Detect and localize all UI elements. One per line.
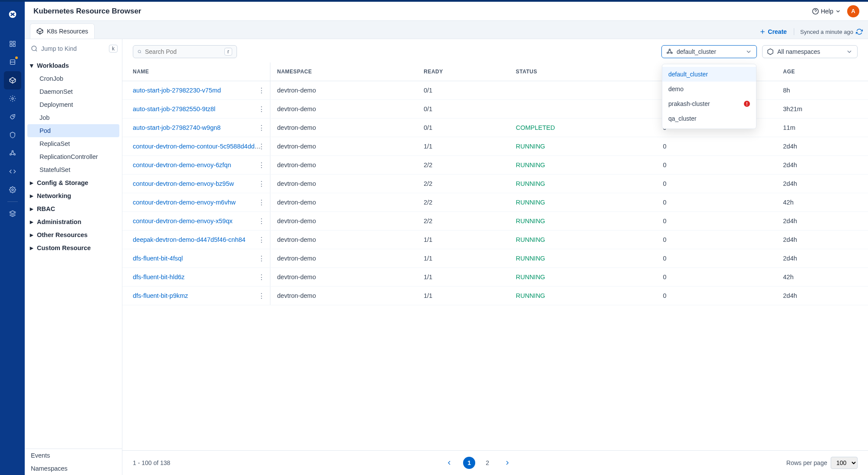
pager-prev[interactable] — [443, 457, 455, 469]
row-menu-icon[interactable]: ⋮ — [256, 272, 266, 282]
tree-item[interactable]: StatefulSet — [25, 163, 122, 176]
cell-ready: 0/1 — [417, 100, 509, 119]
tree-group[interactable]: ▸Other Resources — [25, 228, 122, 241]
column-header[interactable]: NAMESPACE — [270, 63, 417, 81]
nav-resource-browser-icon[interactable] — [4, 71, 21, 89]
nav-settings-icon[interactable] — [4, 181, 21, 199]
search-field[interactable] — [145, 48, 221, 55]
app-logo-icon[interactable] — [5, 7, 20, 22]
resource-tree-panel: Jump to Kind k ▾WorkloadsCronJobDaemonSe… — [25, 39, 122, 475]
column-header[interactable]: NAME — [122, 63, 270, 81]
help-button[interactable]: Help — [812, 8, 841, 15]
column-header[interactable]: AGE — [776, 63, 868, 81]
create-button[interactable]: Create — [759, 28, 787, 35]
nav-stack-icon[interactable] — [4, 205, 21, 223]
cell-age: 42h — [776, 193, 868, 212]
row-menu-icon[interactable]: ⋮ — [256, 141, 266, 152]
column-header[interactable]: READY — [417, 63, 509, 81]
tree-item[interactable]: Events — [25, 449, 122, 462]
rpp-select[interactable]: 100 — [831, 457, 858, 469]
tree-item[interactable]: Job — [25, 111, 122, 124]
cell-ready: 2/2 — [417, 193, 509, 212]
cell-namespace: devtron-demo — [270, 231, 417, 249]
tree-item[interactable]: Pod — [27, 124, 119, 137]
row-menu-icon[interactable]: ⋮ — [256, 216, 266, 226]
cluster-dropdown: default_clusterdemoprakash-cluster!qa_cl… — [662, 64, 756, 129]
row-menu-icon[interactable]: ⋮ — [256, 178, 266, 189]
tree-item[interactable]: Deployment — [25, 98, 122, 111]
cell-ready: 1/1 — [417, 231, 509, 249]
nav-cluster-icon[interactable] — [4, 144, 21, 162]
sync-status[interactable]: Synced a minute ago — [794, 28, 863, 35]
tab-k8s-resources[interactable]: K8s Resources — [30, 23, 95, 39]
search-pod-input[interactable]: r — [133, 45, 237, 58]
namespace-selected-value: All namespaces — [777, 48, 820, 55]
nav-deploy-icon[interactable] — [4, 108, 21, 126]
cluster-option[interactable]: qa_cluster — [662, 111, 756, 126]
nav-code-icon[interactable] — [4, 162, 21, 181]
column-header[interactable]: STATUS — [509, 63, 656, 81]
cell-namespace: devtron-demo — [270, 287, 417, 305]
tree-group[interactable]: ▸Administration — [25, 215, 122, 228]
tree-item[interactable]: CronJob — [25, 72, 122, 85]
svg-point-11 — [10, 154, 11, 155]
plus-icon — [759, 28, 766, 35]
svg-point-13 — [12, 189, 13, 191]
row-menu-icon[interactable]: ⋮ — [256, 104, 266, 114]
jump-to-kind[interactable]: Jump to Kind k — [25, 39, 122, 58]
resource-link[interactable]: contour-devtron-demo-envoy-m6vhw — [133, 199, 236, 206]
cluster-option[interactable]: prakash-cluster! — [662, 96, 756, 111]
row-menu-icon[interactable]: ⋮ — [256, 290, 266, 301]
tree-group[interactable]: ▸Config & Storage — [25, 176, 122, 189]
avatar[interactable]: A — [847, 5, 859, 17]
resource-link[interactable]: dfs-fluent-bit-hld6z — [133, 274, 184, 280]
help-label: Help — [821, 8, 833, 15]
cell-ready: 1/1 — [417, 287, 509, 305]
resource-link[interactable]: auto-start-job-27982230-v75md — [133, 87, 221, 94]
nav-dashboard-icon[interactable] — [4, 35, 21, 53]
filter-bar: r default_cluster default_clusterdemopra… — [122, 39, 868, 63]
row-menu-icon[interactable]: ⋮ — [256, 234, 266, 245]
tree-item[interactable]: Namespaces — [25, 462, 122, 475]
cell-status: RUNNING — [509, 268, 656, 287]
tree-group[interactable]: ▸RBAC — [25, 202, 122, 215]
chevron-left-icon — [446, 459, 453, 466]
refresh-icon — [856, 28, 863, 35]
row-menu-icon[interactable]: ⋮ — [256, 122, 266, 133]
resource-link[interactable]: auto-start-job-27982550-9tz8l — [133, 106, 215, 112]
cell-age: 8h — [776, 81, 868, 100]
pager-next[interactable] — [501, 457, 513, 469]
namespace-select[interactable]: All namespaces — [762, 45, 858, 58]
tree-item[interactable]: DaemonSet — [25, 85, 122, 98]
resource-link[interactable]: deepak-devtron-demo-d447d5f46-cnh84 — [133, 236, 246, 243]
resource-link[interactable]: contour-devtron-demo-contour-5c9588d4dd-… — [133, 143, 268, 150]
tree-group[interactable]: ▸Custom Resource — [25, 241, 122, 254]
row-menu-icon[interactable]: ⋮ — [256, 253, 266, 264]
resource-link[interactable]: contour-devtron-demo-envoy-6zfqn — [133, 162, 231, 168]
tree-group[interactable]: ▸Networking — [25, 189, 122, 202]
nav-security-icon[interactable] — [4, 126, 21, 144]
svg-point-20 — [32, 46, 36, 51]
resource-link[interactable]: dfs-fluent-bit-p9kmz — [133, 292, 188, 299]
row-menu-icon[interactable]: ⋮ — [256, 160, 266, 170]
cell-namespace: devtron-demo — [270, 268, 417, 287]
cell-ready: 1/1 — [417, 137, 509, 156]
nav-apps-icon[interactable] — [4, 53, 21, 71]
nav-config-icon[interactable] — [4, 89, 21, 108]
cluster-option[interactable]: demo — [662, 82, 756, 96]
page-number[interactable]: 2 — [481, 457, 493, 469]
cluster-option[interactable]: default_cluster — [662, 67, 756, 82]
resource-link[interactable]: auto-start-job-27982740-w9gn8 — [133, 124, 220, 131]
tree-item[interactable]: ReplicaSet — [25, 137, 122, 150]
resource-link[interactable]: dfs-fluent-bit-4fsql — [133, 255, 183, 262]
page-number[interactable]: 1 — [463, 457, 475, 469]
resource-link[interactable]: contour-devtron-demo-envoy-bz95w — [133, 180, 234, 187]
cluster-select[interactable]: default_cluster default_clusterdemopraka… — [661, 45, 757, 58]
tree-item[interactable]: ReplicationController — [25, 150, 122, 163]
tree-group[interactable]: ▾Workloads — [25, 59, 122, 72]
row-menu-icon[interactable]: ⋮ — [256, 197, 266, 208]
resource-link[interactable]: contour-devtron-demo-envoy-x59qx — [133, 218, 233, 224]
cell-restarts: 0 — [656, 193, 776, 212]
cell-namespace: devtron-demo — [270, 193, 417, 212]
row-menu-icon[interactable]: ⋮ — [256, 85, 266, 96]
